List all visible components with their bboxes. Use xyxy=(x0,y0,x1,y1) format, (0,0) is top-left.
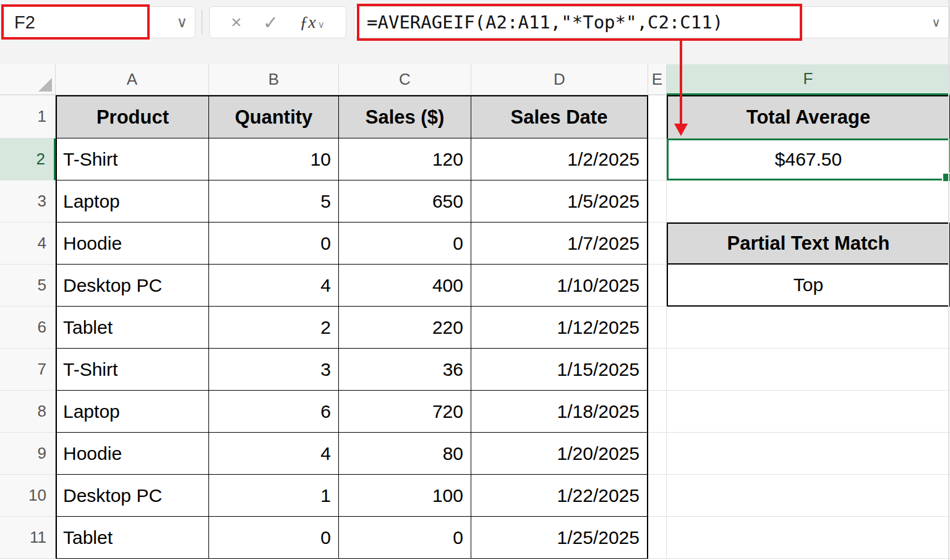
cell-A5[interactable]: Desktop PC xyxy=(56,265,209,307)
window-right-edge xyxy=(948,0,949,560)
cell-A9[interactable]: Hoodie xyxy=(56,433,209,475)
row-header-9[interactable]: 9 xyxy=(0,433,56,475)
toolbar-divider xyxy=(202,10,202,35)
cell-A7[interactable]: T-Shirt xyxy=(56,349,209,391)
insert-function-button[interactable]: ƒx ∨ xyxy=(299,12,324,32)
corner-triangle-icon xyxy=(38,78,52,91)
cell-D11[interactable]: 1/25/2025 xyxy=(471,517,648,559)
cell-F7[interactable] xyxy=(667,349,950,391)
cell-F4-partial-match-label[interactable]: Partial Text Match xyxy=(667,223,950,265)
cell-E8[interactable] xyxy=(648,391,667,433)
name-box-dropdown-icon[interactable]: ∨ xyxy=(176,14,187,31)
cell-D9[interactable]: 1/20/2025 xyxy=(471,433,648,475)
cell-A10[interactable]: Desktop PC xyxy=(56,475,209,517)
cell-B1[interactable]: Quantity xyxy=(209,95,339,138)
cell-E6[interactable] xyxy=(648,307,667,349)
cell-E4[interactable] xyxy=(648,223,667,265)
cell-D3[interactable]: 1/5/2025 xyxy=(471,180,648,223)
cell-C9[interactable]: 80 xyxy=(339,433,471,475)
column-header-a[interactable]: A xyxy=(56,64,209,95)
select-all-corner[interactable] xyxy=(0,64,56,95)
cell-C7[interactable]: 36 xyxy=(339,349,471,391)
cell-B3[interactable]: 5 xyxy=(209,180,339,223)
fx-dropdown-icon: ∨ xyxy=(318,19,325,30)
cell-F1-total-average-label[interactable]: Total Average xyxy=(667,95,950,138)
cell-E3[interactable] xyxy=(648,180,667,223)
cell-B5[interactable]: 4 xyxy=(209,265,339,307)
cell-C3[interactable]: 650 xyxy=(339,180,471,223)
cell-B9[interactable]: 4 xyxy=(209,433,339,475)
row-header-3[interactable]: 3 xyxy=(0,180,56,223)
cell-F9[interactable] xyxy=(667,433,950,475)
cell-C5[interactable]: 400 xyxy=(339,265,471,307)
formula-bar-expand-icon[interactable]: ∨ xyxy=(931,15,941,30)
column-header-f[interactable]: F xyxy=(667,64,950,95)
row-header-10[interactable]: 10 xyxy=(0,475,56,517)
cell-F11[interactable] xyxy=(667,517,950,559)
cell-F2-selected[interactable]: $467.50 xyxy=(667,138,950,180)
cell-B4[interactable]: 0 xyxy=(209,223,339,265)
cell-D4[interactable]: 1/7/2025 xyxy=(471,223,648,265)
cell-D5[interactable]: 1/10/2025 xyxy=(471,265,648,307)
row-header-11[interactable]: 11 xyxy=(0,517,56,559)
formula-bar-input[interactable]: =AVERAGEIF(A2:A11,"*Top*",C2:C11) ∨ xyxy=(354,6,950,38)
cell-C2[interactable]: 120 xyxy=(339,138,471,180)
cell-E1[interactable] xyxy=(648,95,667,138)
name-box-value: F2 xyxy=(14,12,35,33)
row-header-7[interactable]: 7 xyxy=(0,349,56,391)
formula-text: =AVERAGEIF(A2:A11,"*Top*",C2:C11) xyxy=(367,12,723,33)
row-header-2[interactable]: 2 xyxy=(0,138,56,180)
cell-C4[interactable]: 0 xyxy=(339,223,471,265)
cell-B7[interactable]: 3 xyxy=(209,349,339,391)
row-header-5[interactable]: 5 xyxy=(0,265,56,307)
cell-A2[interactable]: T-Shirt xyxy=(56,138,209,180)
cell-B8[interactable]: 6 xyxy=(209,391,339,433)
row-header-1[interactable]: 1 xyxy=(0,95,56,138)
column-header-c[interactable]: C xyxy=(339,64,471,95)
cell-F10[interactable] xyxy=(667,475,950,517)
row-header-6[interactable]: 6 xyxy=(0,307,56,349)
cell-A1[interactable]: Product xyxy=(56,95,209,138)
row-header-8[interactable]: 8 xyxy=(0,391,56,433)
cell-C6[interactable]: 220 xyxy=(339,307,471,349)
column-header-b[interactable]: B xyxy=(209,64,339,95)
annotation-arrow-line xyxy=(680,41,682,126)
cell-D7[interactable]: 1/15/2025 xyxy=(471,349,648,391)
cell-B6[interactable]: 2 xyxy=(209,307,339,349)
cell-D8[interactable]: 1/18/2025 xyxy=(471,391,648,433)
cell-A8[interactable]: Laptop xyxy=(56,391,209,433)
cell-B11[interactable]: 0 xyxy=(209,517,339,559)
cell-E7[interactable] xyxy=(648,349,667,391)
cell-A3[interactable]: Laptop xyxy=(56,180,209,223)
cell-B2[interactable]: 10 xyxy=(209,138,339,180)
cell-C10[interactable]: 100 xyxy=(339,475,471,517)
cell-D6[interactable]: 1/12/2025 xyxy=(471,307,648,349)
column-header-e[interactable]: E xyxy=(648,64,667,95)
cell-E5[interactable] xyxy=(648,265,667,307)
cell-C8[interactable]: 720 xyxy=(339,391,471,433)
cell-D2[interactable]: 1/2/2025 xyxy=(471,138,648,180)
cell-E11[interactable] xyxy=(648,517,667,559)
cell-F6[interactable] xyxy=(667,307,950,349)
column-header-d[interactable]: D xyxy=(471,64,648,95)
cell-C1[interactable]: Sales ($) xyxy=(339,95,471,138)
row-header-4[interactable]: 4 xyxy=(0,223,56,265)
cell-A4[interactable]: Hoodie xyxy=(56,223,209,265)
cell-B10[interactable]: 1 xyxy=(209,475,339,517)
formula-toolbar: F2 ∨ × ✓ ƒx ∨ =AVERAGEIF(A2:A11,"*Top*",… xyxy=(0,0,950,64)
cell-F5-partial-match-value[interactable]: Top xyxy=(667,265,950,307)
cell-A6[interactable]: Tablet xyxy=(56,307,209,349)
name-box[interactable]: F2 ∨ xyxy=(4,6,195,38)
spreadsheet-grid: A B C D E F 1 Product Quantity Sales ($)… xyxy=(0,64,950,559)
cell-D1[interactable]: Sales Date xyxy=(471,95,648,138)
cell-E2[interactable] xyxy=(648,138,667,180)
cell-A11[interactable]: Tablet xyxy=(56,517,209,559)
enter-icon[interactable]: ✓ xyxy=(263,12,278,33)
cell-F8[interactable] xyxy=(667,391,950,433)
cell-E9[interactable] xyxy=(648,433,667,475)
cell-D10[interactable]: 1/22/2025 xyxy=(471,475,648,517)
cell-F3[interactable] xyxy=(667,180,950,223)
cancel-icon[interactable]: × xyxy=(231,12,242,33)
cell-C11[interactable]: 0 xyxy=(339,517,471,559)
cell-E10[interactable] xyxy=(648,475,667,517)
